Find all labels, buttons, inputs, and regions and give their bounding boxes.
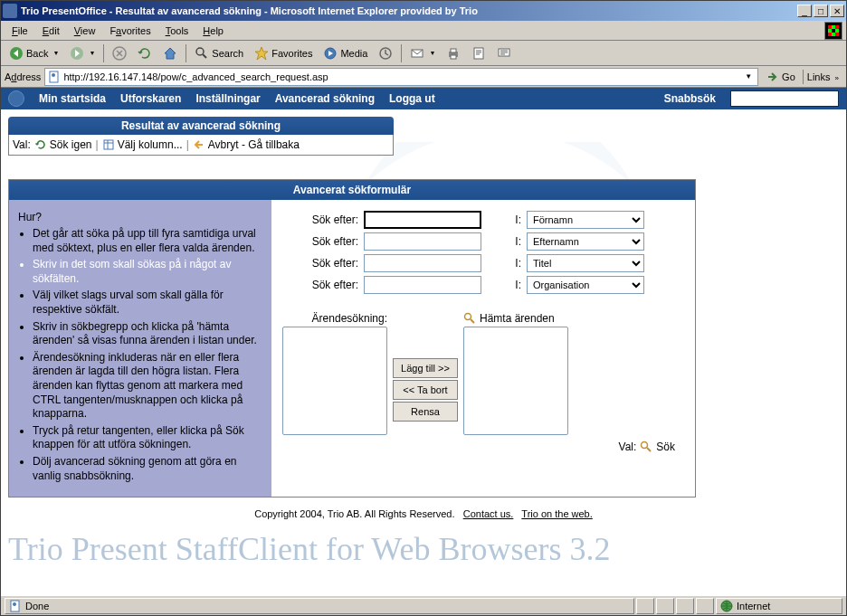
address-text: http://192.16.147.148/pow/c_advanced_sea… (63, 71, 741, 82)
page-icon (9, 600, 22, 612)
svg-point-19 (13, 602, 16, 606)
status-slot (636, 598, 654, 614)
menu-favorites[interactable]: Favorites (102, 24, 157, 38)
back-arrow-icon (193, 138, 205, 151)
search-input-3[interactable] (364, 254, 481, 272)
back-button[interactable]: Back ▼ (5, 43, 63, 63)
app-icon (3, 4, 17, 18)
mail-icon (410, 46, 424, 61)
mail-button[interactable]: ▼ (405, 43, 440, 63)
status-text: Done (5, 598, 634, 614)
forward-button[interactable]: ▼ (65, 43, 100, 63)
toolbar: Back ▼ ▼ (1, 41, 846, 66)
go-button[interactable]: Go (762, 68, 799, 86)
favorites-button[interactable]: Favorites (250, 43, 317, 63)
links-button[interactable]: Links » (803, 70, 842, 84)
menu-edit[interactable]: Edit (35, 24, 67, 38)
search-label: Sök efter: (282, 213, 358, 226)
discuss-icon (497, 46, 511, 61)
choose-columns-link[interactable]: Välj kolumn... (102, 138, 183, 151)
search-input-1[interactable] (364, 211, 481, 229)
navbar: Min startsida Utforskaren Inställningar … (1, 88, 846, 109)
help-item: Skriv in det som skall sökas på i något … (33, 258, 262, 286)
svg-rect-9 (451, 49, 456, 52)
search-again-link[interactable]: Sök igen (34, 138, 92, 151)
menu-file[interactable]: File (5, 24, 35, 38)
chevron-down-icon: ▼ (52, 50, 59, 56)
case-target-list[interactable] (463, 327, 568, 435)
nav-explorer[interactable]: Utforskaren (120, 92, 181, 105)
search-icon (195, 46, 209, 61)
statusbar: Done Internet (1, 595, 846, 615)
search-button[interactable]: Search (190, 43, 248, 63)
fetch-cases-link[interactable]: Hämta ärenden (463, 312, 568, 325)
help-item: Ärendesökning inkluderas när en eller fl… (33, 351, 262, 422)
menu-view[interactable]: View (67, 24, 103, 38)
search-input-2[interactable] (364, 232, 481, 251)
refresh-button[interactable] (133, 43, 157, 63)
maximize-button[interactable]: □ (814, 5, 828, 17)
search-label: Sök efter: (282, 257, 358, 270)
minimize-button[interactable]: _ (797, 5, 812, 17)
menu-tools[interactable]: Tools (158, 24, 196, 38)
contact-link[interactable]: Contact us. (463, 508, 514, 519)
field-select-2[interactable]: Efternamn (527, 232, 644, 251)
trio-web-link[interactable]: Trio on the web. (521, 508, 592, 519)
nav-advsearch[interactable]: Avancerad sökning (275, 92, 375, 105)
case-source-list[interactable] (282, 327, 387, 435)
field-select-1[interactable]: Förnamn (527, 211, 644, 229)
nav-startpage[interactable]: Min startsida (39, 92, 106, 105)
status-slot (676, 598, 694, 614)
search-label: Sök efter: (282, 235, 358, 248)
edit-button[interactable] (467, 43, 490, 63)
history-button[interactable] (374, 43, 397, 63)
back-icon (9, 46, 24, 61)
i-label: I: (487, 279, 521, 291)
chevron-down-icon: ▼ (89, 50, 95, 56)
titlebar: Trio PresentOffice - Resultat av avancer… (1, 1, 846, 21)
refresh-icon (34, 138, 47, 151)
media-button[interactable]: Media (319, 43, 372, 63)
clear-button[interactable]: Rensa (393, 402, 458, 422)
chevron-down-icon[interactable]: ▼ (741, 72, 756, 81)
svg-rect-15 (104, 140, 113, 149)
remove-button[interactable]: << Ta bort (393, 380, 458, 400)
stop-button[interactable] (108, 43, 131, 63)
print-button[interactable] (442, 43, 465, 63)
svg-rect-11 (474, 48, 483, 59)
address-input[interactable]: http://192.16.147.148/pow/c_advanced_sea… (44, 68, 758, 86)
columns-icon (102, 138, 115, 151)
home-icon (163, 46, 177, 61)
address-label: Address (5, 71, 41, 82)
help-item: Välj vilket slags urval som skall gälla … (33, 289, 262, 317)
svg-point-14 (52, 73, 55, 77)
i-label: I: (487, 235, 521, 248)
nav-settings[interactable]: Inställningar (195, 92, 260, 105)
menu-help[interactable]: Help (195, 24, 231, 38)
help-item: Skriv in sökbegrepp och klicka på 'hämta… (33, 320, 262, 348)
search-icon (640, 441, 652, 453)
status-slot (656, 598, 674, 614)
edit-icon (471, 46, 486, 61)
field-select-4[interactable]: Organisation (527, 276, 644, 294)
print-icon (446, 46, 461, 61)
search-button[interactable]: Sök (656, 441, 675, 453)
home-button[interactable] (158, 43, 182, 63)
discuss-button[interactable] (492, 43, 516, 63)
cancel-back-link[interactable]: Avbryt - Gå tillbaka (193, 138, 300, 151)
add-button[interactable]: Lägg till >> (393, 358, 458, 378)
search-input-4[interactable] (364, 276, 481, 294)
quicksearch-input[interactable] (730, 90, 839, 107)
close-button[interactable]: ✕ (830, 5, 844, 17)
globe-icon (720, 600, 733, 612)
quicksearch-label: Snabbsök (664, 92, 716, 105)
i-label: I: (487, 257, 521, 270)
help-pane: Hur? Det går att söka på upp till fyra s… (9, 200, 271, 497)
page-content: Trio Present StaffClient for Web Browser… (1, 88, 846, 595)
field-select-3[interactable]: Titel (527, 254, 644, 272)
security-zone: Internet (716, 598, 842, 614)
history-icon (378, 46, 393, 61)
nav-logout[interactable]: Logga ut (389, 92, 435, 105)
search-fields-pane: Sök efter: I: Förnamn Sök efter: I: Efte… (271, 200, 695, 497)
val-label: Val: (619, 441, 637, 453)
